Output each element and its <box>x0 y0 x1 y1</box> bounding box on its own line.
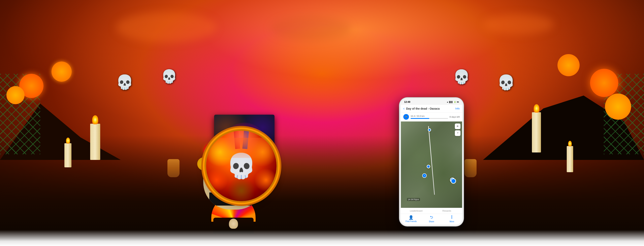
progress-section: 🏃 16.4 / 33.0 km 8 days left <box>401 112 462 121</box>
location-marker-4: 4 <box>422 173 427 178</box>
more-label: More <box>450 221 454 223</box>
candle-body <box>64 143 72 167</box>
cloud-2 <box>270 16 351 40</box>
status-time: 12:49 <box>404 101 410 103</box>
wifi-icon: ▲ <box>446 101 448 103</box>
sub-tab-bar: Leaderboard Rewards <box>401 208 462 214</box>
battery-icon: 🔋 <box>454 101 456 103</box>
map-help-button[interactable]: ? <box>455 130 460 136</box>
skeleton-figure-4: 💀 <box>453 69 470 85</box>
status-icons: ▲ ▌▌▌ 🔋 86 <box>446 101 459 103</box>
progress-bar-fill <box>410 118 429 119</box>
progress-pin <box>427 165 430 168</box>
battery-pct: 86 <box>457 101 459 103</box>
tab-leaderboard[interactable]: Leaderboard <box>401 208 432 214</box>
candle-flame <box>92 115 98 124</box>
candle-flame <box>534 104 539 113</box>
phone-outer-frame: 12:49 ▲ ▌▌▌ 🔋 86 ‹ Day of the dead - Oax… <box>399 98 464 226</box>
marigold-right-3 <box>605 94 631 120</box>
hero-banner: 💀 💀 💀 💀 21 Mi 33 KM DAY OF THE DEAD OAXA… <box>0 0 644 246</box>
candle-right-small <box>567 146 573 172</box>
skeleton-figure-1: 💀 <box>116 74 134 90</box>
candle-left-small <box>64 143 72 167</box>
marigold-left-2 <box>52 61 72 82</box>
medal-skull-design: 💀 <box>213 138 270 194</box>
pottery-left <box>168 159 180 177</box>
info-button[interactable]: Info <box>455 107 460 110</box>
finisher-medal: 💀 <box>206 131 276 201</box>
status-bar: 12:49 ▲ ▌▌▌ 🔋 86 <box>401 99 462 105</box>
map-layers-button[interactable]: 👁 <box>455 124 460 129</box>
bottom-tab-bar: 👤 Find Friends Share <box>401 214 462 225</box>
tab-section: Leaderboard Rewards 👤 Find Friends <box>401 208 462 225</box>
share-label: Share <box>429 221 434 223</box>
place-label: pe del Agua <box>407 198 420 201</box>
candle-body <box>567 146 573 172</box>
clouds <box>64 12 580 74</box>
tab-find-friends[interactable]: 👤 Find Friends <box>401 215 421 223</box>
days-remaining: 8 days left <box>450 116 460 118</box>
find-friends-icon: 👤 <box>408 215 414 220</box>
run-icon: 🏃 <box>405 115 408 118</box>
share-icon <box>430 215 434 220</box>
cloud-3 <box>484 14 554 34</box>
tab-more[interactable]: More <box>442 215 462 223</box>
svg-point-2 <box>452 218 452 219</box>
candle-flame <box>66 138 70 144</box>
app-header: ‹ Day of the dead - Oaxaca Info <box>401 105 462 112</box>
candle-body <box>90 124 100 160</box>
back-button[interactable]: ‹ <box>403 106 404 111</box>
svg-point-1 <box>452 217 452 218</box>
phone-mockup: 12:49 ▲ ▌▌▌ 🔋 86 ‹ Day of the dead - Oax… <box>399 98 464 226</box>
marigold-left-3 <box>6 86 24 104</box>
pottery-right <box>464 159 476 177</box>
candle-right-large <box>532 112 541 152</box>
signal-icon: ▌▌▌ <box>449 101 453 103</box>
cloud-1 <box>116 12 216 42</box>
navigation-arrow <box>451 178 456 184</box>
marigold-right-2 <box>558 54 580 76</box>
progress-bar-track <box>410 118 448 119</box>
tab-share[interactable]: Share <box>421 215 442 223</box>
challenge-title: Day of the dead - Oaxaca <box>406 107 454 110</box>
candle-flame <box>568 141 572 146</box>
tab-rewards[interactable]: Rewards <box>432 208 462 214</box>
progress-icon: 🏃 <box>403 114 409 120</box>
svg-point-0 <box>452 216 452 216</box>
progress-info: 16.4 / 33.0 km <box>410 115 448 119</box>
candle-body <box>532 112 541 152</box>
map-view[interactable]: 4 👁 ? pe del Agua <box>401 121 462 208</box>
medal-flower-overlay <box>213 138 270 158</box>
find-friends-label: Find Friends <box>406 220 417 223</box>
skeleton-figure-2: 💀 <box>161 69 177 84</box>
map-controls: 👁 ? <box>455 124 460 136</box>
skeleton-figure-3: 💀 <box>497 74 515 91</box>
marigold-right-1 <box>590 69 618 97</box>
bottom-fade <box>0 230 644 246</box>
more-icon <box>450 215 454 220</box>
phone-screen: 12:49 ▲ ▌▌▌ 🔋 86 ‹ Day of the dead - Oax… <box>401 99 462 225</box>
progress-text: 16.4 / 33.0 km <box>410 115 448 117</box>
candle-left-large <box>90 124 100 160</box>
medal-and-bib: 21 Mi 33 KM DAY OF THE DEAD OAXACA Pacer… <box>206 115 282 231</box>
